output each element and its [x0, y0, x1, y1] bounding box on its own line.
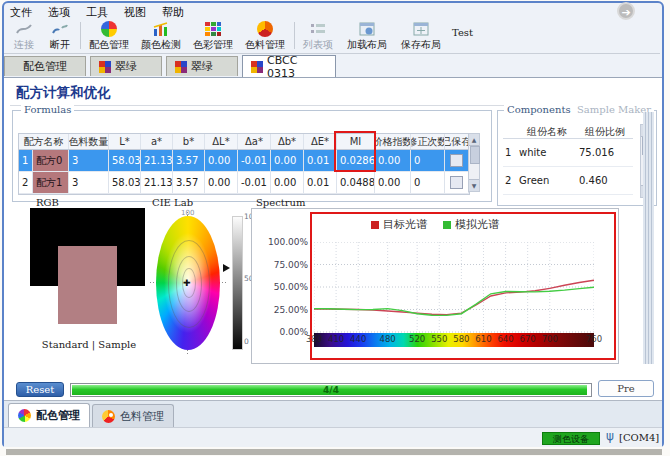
spectrum-chart: 目标光谱模拟光谱 100.00%75.00%50.00%25.00%0.00% … — [251, 208, 619, 364]
wavelength-tick-label: 610 — [475, 334, 491, 344]
wavelength-tick-label: 550 — [431, 334, 447, 344]
bottom-tab-colorant-management[interactable]: 色料管理 — [92, 404, 174, 427]
color-detect-button[interactable]: 颜色检测 — [136, 20, 186, 52]
menu-item-view[interactable]: 视图 — [124, 5, 146, 19]
pre-button[interactable]: Pre — [598, 380, 654, 397]
wavelength-tick-label: 380 — [306, 334, 322, 344]
load-layout-button[interactable]: 加载布局 — [342, 20, 392, 52]
bottom-tab-color-matching[interactable]: 配色管理 — [8, 403, 90, 427]
y-tick-label: 25.00% — [256, 305, 308, 315]
component-row-1[interactable]: 2 Green 0.460 — [503, 167, 633, 195]
menu-item-file[interactable]: 文件 — [10, 5, 32, 19]
tab-emerald-2[interactable]: 翠绿 — [166, 56, 238, 76]
component-row-0[interactable]: 1 white 75.016 — [503, 139, 633, 167]
lightness-tick-0: 0 — [244, 337, 249, 346]
formula-row-1[interactable]: 2 配方1 3 58.03 21.13 3.57 0.00 -0.01 0.00… — [19, 172, 469, 194]
series-1 — [314, 287, 594, 315]
legend-swatch-icon — [371, 221, 379, 229]
saved-checkbox[interactable] — [450, 176, 463, 189]
swatch-icon — [99, 61, 111, 73]
wavelength-tick-label: 410 — [328, 334, 344, 344]
colorant-management-button[interactable]: 色料管理 — [240, 20, 290, 52]
legend-item: 模拟光谱 — [443, 217, 499, 232]
wavelength-tick-label: 480 — [380, 334, 396, 344]
save-layout-button[interactable]: 保存布局 — [396, 20, 446, 52]
rgb-label: RGB — [36, 197, 59, 208]
scroll-down-icon[interactable]: ▼ — [469, 179, 479, 191]
formulas-header-row: 配方名称 色料数量 L* a* b* ΔL* Δa* Δb* ΔE* MI 价格… — [19, 134, 469, 150]
float-action-button[interactable]: ➔ — [617, 2, 635, 20]
y-tick-label: 75.00% — [256, 260, 308, 270]
page-title: 配方计算和优化 — [16, 84, 111, 102]
spectrum-label: Spectrum — [256, 197, 306, 208]
menu-item-tools[interactable]: 工具 — [86, 5, 108, 19]
wavelength-tick-label: 640 — [497, 334, 513, 344]
disconnect-icon — [50, 20, 70, 37]
usb-icon: ψ — [606, 429, 614, 443]
device-status-badge: 测色设备 — [542, 432, 600, 445]
tab-color-matching[interactable]: 配色管理 — [4, 56, 86, 76]
palette-icon — [255, 20, 275, 37]
components-header-row: 组份名称 组份比例 — [503, 124, 633, 139]
save-layout-icon — [411, 20, 431, 37]
color-grid-icon — [203, 20, 223, 37]
color-management-button[interactable]: 色彩管理 — [188, 20, 238, 52]
lab-axis-tick: 100 — [181, 209, 194, 217]
toolbar: 连接 断开 配色管理 颜色检测 色彩管理 — [4, 19, 660, 54]
menu-item-options[interactable]: 选项 — [48, 5, 70, 19]
menu-item-help[interactable]: 帮助 — [162, 5, 184, 19]
disconnect-button[interactable]: 断开 — [44, 20, 76, 52]
y-tick-label: 0.00% — [256, 327, 308, 337]
legend-swatch-icon — [443, 221, 451, 229]
list-icon — [308, 20, 328, 37]
color-wheel-icon — [99, 20, 119, 37]
palette-icon — [102, 410, 115, 423]
scroll-up-icon[interactable]: ▲ — [469, 134, 479, 146]
formula-row-0[interactable]: 1 配方0 3 58.03 21.13 3.57 0.00 -0.01 0.00… — [19, 150, 469, 172]
toolbar-separator — [294, 22, 295, 49]
color-wheel-icon — [18, 409, 31, 422]
lightness-marker-icon — [223, 264, 230, 272]
status-bar: 测色设备 ψ [COM4] — [4, 427, 662, 447]
tab-cbcc-0313[interactable]: CBCC 0313 — [242, 55, 336, 77]
wavelength-tick-label: 580 — [453, 334, 469, 344]
scroll-thumb[interactable] — [470, 146, 480, 164]
window-shadow — [6, 449, 662, 455]
formulas-table: 配方名称 色料数量 L* a* b* ΔL* Δa* Δb* ΔE* MI 价格… — [18, 133, 470, 195]
lightness-bar[interactable] — [232, 216, 243, 350]
saved-checkbox[interactable] — [450, 154, 463, 167]
color-matching-button[interactable]: 配色管理 — [84, 20, 134, 52]
sample-maker-label: Sample Maker — [574, 104, 654, 115]
toolbar-separator — [80, 22, 81, 49]
list-item-button[interactable]: 列表项 — [298, 20, 338, 52]
formulas-scrollbar[interactable]: ▲ ▼ — [468, 133, 480, 192]
progress-text: 4/4 — [71, 384, 591, 396]
test-button[interactable]: Test — [452, 27, 473, 38]
connect-icon — [14, 20, 34, 37]
formula-swatch-cell: 配方1 — [33, 172, 69, 193]
connect-button[interactable]: 连接 — [8, 20, 40, 52]
y-tick-label: 100.00% — [256, 237, 308, 247]
components-table: 组份名称 组份比例 1 white 75.016 2 Green 0.460 — [503, 124, 633, 195]
load-layout-icon — [357, 20, 377, 37]
wavelength-tick-label: 700 — [542, 334, 558, 344]
swatch-icon — [175, 61, 187, 73]
sample-color-swatch — [58, 246, 117, 324]
document-tab-bar: 配色管理 翠绿 翠绿 CBCC 0313 — [4, 55, 660, 77]
screenshot-canvas: 文件 选项 工具 视图 帮助 连接 断开 配色管理 — [0, 0, 670, 456]
bar-chart-icon — [151, 20, 171, 37]
right-splitter[interactable] — [643, 112, 654, 364]
formula-swatch-cell: 配方0 — [33, 150, 69, 171]
legend-item: 目标光谱 — [371, 217, 427, 232]
swatch-icon — [251, 61, 263, 73]
com-port-label: [COM4] — [619, 432, 659, 443]
menu-bar: 文件 选项 工具 视图 帮助 — [10, 5, 184, 19]
legend-label: 目标光谱 — [383, 217, 427, 232]
cielab-label: CIE Lab — [152, 197, 193, 208]
wavelength-tick-label: 440 — [350, 334, 366, 344]
reset-button[interactable]: Reset — [16, 382, 64, 397]
progress-bar: 4/4 — [70, 383, 592, 397]
y-tick-label: 50.00% — [256, 282, 308, 292]
wavelength-tick-label: 670 — [520, 334, 536, 344]
tab-emerald-1[interactable]: 翠绿 — [90, 56, 162, 76]
